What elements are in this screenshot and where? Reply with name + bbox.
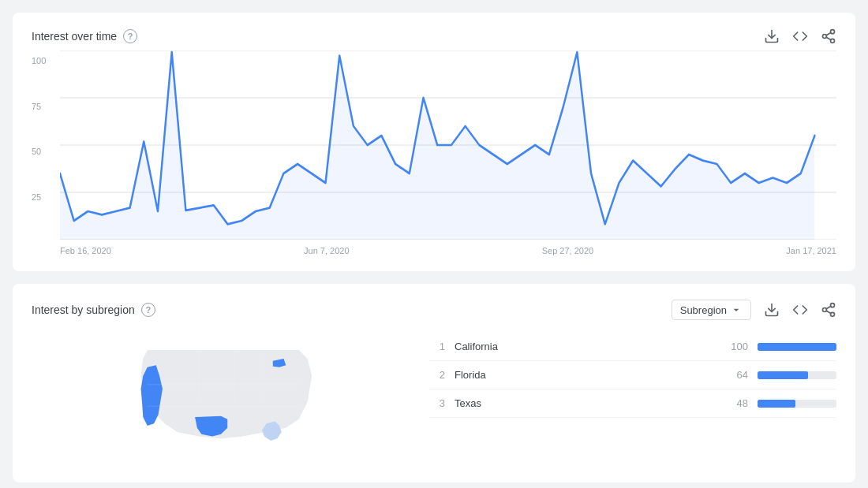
card-header: Interest over time ? [32,28,836,44]
x-label-jan: Jan 17, 2021 [786,246,836,255]
subregion-filter-dropdown[interactable]: Subregion [672,300,751,320]
embed-icon[interactable] [792,28,808,44]
y-label-25: 25 [32,193,60,202]
y-label-100: 100 [32,57,60,65]
subregion-card-title: Interest by subregion [32,304,135,316]
bar-bg-florida [758,371,836,379]
bar-bg-texas [758,400,836,408]
interest-by-subregion-card: Interest by subregion ? Subregion [13,284,855,482]
x-label-sep: Sep 27, 2020 [542,246,593,255]
rank-value-florida: 64 [720,369,748,381]
rank-label-texas[interactable]: Texas [455,397,710,409]
chart-area-fill [60,52,814,240]
y-label-50: 50 [32,147,60,156]
subregion-share-icon[interactable] [821,302,836,318]
subregion-embed-icon[interactable] [792,302,808,318]
ranking-row-california: 1 California 100 [429,333,836,361]
svg-line-16 [826,306,831,308]
x-axis-labels: Feb 16, 2020 Jun 7, 2020 Sep 27, 2020 Ja… [60,246,836,255]
x-label-jun: Jun 7, 2020 [304,246,350,255]
chart-area [60,50,836,240]
rank-num-3: 3 [429,397,445,409]
download-icon[interactable] [764,28,780,44]
svg-line-15 [826,311,831,313]
bar-fill-florida [758,371,808,379]
x-label-feb: Feb 16, 2020 [60,246,111,255]
subregion-help-icon[interactable]: ? [141,303,155,317]
rank-value-texas: 48 [720,397,748,409]
ranking-row-florida: 2 Florida 64 [429,361,836,389]
bar-fill-california [758,343,836,351]
map-svg [32,333,410,467]
card-actions [764,28,836,44]
bar-fill-texas [758,400,795,408]
ranking-row-texas: 3 Texas 48 [429,389,836,418]
subregion-card-actions: Subregion [672,300,836,320]
subregion-content: 1 California 100 2 Florida 64 3 Texas [32,333,836,467]
subregion-title-area: Interest by subregion ? [32,303,155,317]
svg-line-4 [826,37,831,39]
subregion-download-icon[interactable] [764,302,780,318]
interest-over-time-card: Interest over time ? [13,13,855,271]
rank-label-florida[interactable]: Florida [455,369,710,381]
svg-line-5 [826,32,831,35]
y-label-75: 75 [32,102,60,111]
y-axis-labels: 100 75 50 25 [32,50,60,255]
card-title-area: Interest over time ? [32,29,137,43]
card-title: Interest over time [32,30,117,43]
rank-label-california[interactable]: California [455,341,710,352]
help-icon[interactable]: ? [123,29,137,43]
chart-svg [60,50,836,240]
rank-value-california: 100 [720,341,748,352]
rank-num-2: 2 [429,369,445,381]
us-map [32,333,410,467]
bar-bg-california [758,343,836,351]
subregion-card-header: Interest by subregion ? Subregion [32,300,836,320]
share-icon[interactable] [821,28,836,44]
rankings-area: 1 California 100 2 Florida 64 3 Texas [429,333,836,467]
rank-num-1: 1 [429,341,445,352]
chart-wrapper: 100 75 50 25 Feb 16, 2020 Jun 7, 2 [32,50,836,255]
